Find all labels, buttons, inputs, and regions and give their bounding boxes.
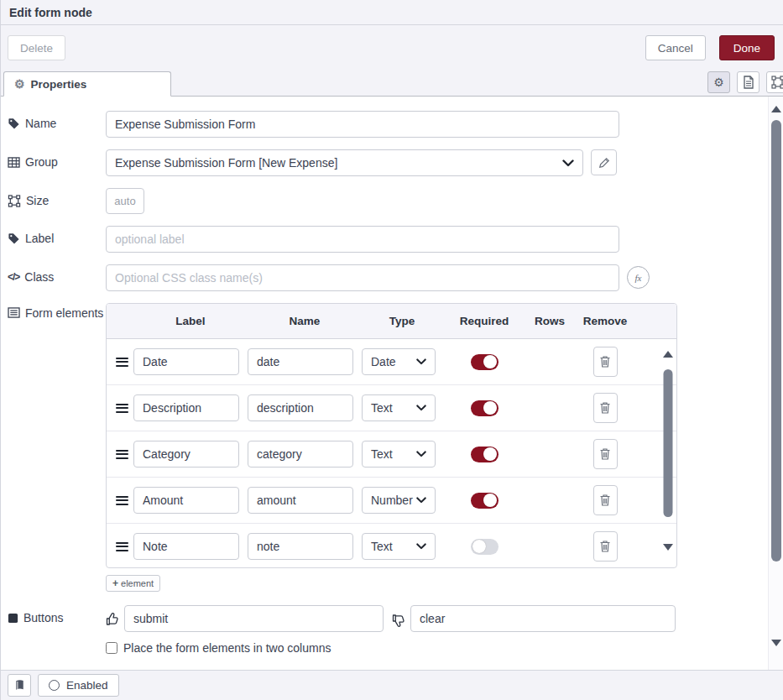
list-box-icon xyxy=(8,307,20,318)
element-label-input[interactable] xyxy=(133,487,239,514)
enabled-label: Enabled xyxy=(66,679,108,692)
toggle-knob xyxy=(483,447,497,461)
label-input[interactable] xyxy=(106,226,619,253)
element-label-input[interactable] xyxy=(133,533,239,560)
delete-element-button[interactable] xyxy=(593,485,618,515)
name-field-row: Name xyxy=(1,105,763,144)
pencil-icon xyxy=(598,157,610,169)
required-toggle[interactable] xyxy=(471,447,499,462)
size-auto-button[interactable]: auto xyxy=(106,188,144,214)
header-rows: Rows xyxy=(526,315,573,327)
add-element-label: element xyxy=(121,578,154,588)
element-type-select[interactable]: Text xyxy=(362,441,436,468)
book-icon xyxy=(13,679,26,692)
appearance-frame-icon xyxy=(771,76,783,89)
name-input[interactable] xyxy=(106,111,619,138)
form-elements-table: Label Name Type Required Rows Remove Dat… xyxy=(106,303,677,568)
group-select-value: Expense Submission Form [New Expense] xyxy=(115,156,337,170)
trash-icon xyxy=(599,355,611,368)
scrollbar-thumb[interactable] xyxy=(663,369,672,517)
tab-properties[interactable]: ⚙ Properties xyxy=(3,71,171,97)
scroll-up-arrow[interactable] xyxy=(771,106,781,112)
element-label-input[interactable] xyxy=(133,441,239,468)
element-name-input[interactable] xyxy=(248,348,353,375)
element-type-select[interactable]: Text xyxy=(362,533,436,560)
group-field-row: Group Expense Submission Form [New Expen… xyxy=(1,144,763,182)
appearance-tab-button[interactable] xyxy=(766,71,783,93)
scroll-down-arrow[interactable] xyxy=(663,544,673,551)
name-field-label: Name xyxy=(8,111,106,130)
header-type: Type xyxy=(362,315,442,327)
cancel-button[interactable]: Cancel xyxy=(645,35,706,60)
scroll-up-arrow[interactable] xyxy=(663,351,673,358)
dialog-title: Edit form node xyxy=(9,6,92,19)
element-type-select[interactable]: Number xyxy=(362,487,436,514)
drag-handle-icon[interactable] xyxy=(116,542,128,551)
clear-button-label-input[interactable] xyxy=(410,605,676,632)
description-tab-button[interactable] xyxy=(737,71,760,93)
form-elements-rows: Date Text xyxy=(107,339,676,567)
class-field-label-text: Class xyxy=(24,270,54,284)
drag-handle-icon[interactable] xyxy=(116,450,128,459)
element-name-input[interactable] xyxy=(248,533,353,560)
element-type-select[interactable]: Date xyxy=(362,348,436,375)
done-button[interactable]: Done xyxy=(719,35,775,60)
toggle-knob xyxy=(483,401,497,415)
delete-element-button[interactable] xyxy=(593,347,618,377)
toggle-knob xyxy=(483,494,497,507)
header-required: Required xyxy=(442,315,526,327)
class-input[interactable] xyxy=(106,264,619,291)
required-toggle[interactable] xyxy=(471,400,499,416)
group-field-label: Group xyxy=(8,149,106,169)
add-element-button[interactable]: + element xyxy=(106,575,160,592)
toggle-knob xyxy=(472,540,486,553)
form-element-row: Text xyxy=(107,385,676,431)
element-name-input[interactable] xyxy=(248,441,353,468)
required-toggle[interactable] xyxy=(471,354,499,370)
header-remove: Remove xyxy=(573,315,637,327)
node-help-button[interactable] xyxy=(8,674,31,697)
chevron-down-icon xyxy=(416,358,426,365)
delete-element-button[interactable] xyxy=(593,393,618,423)
element-type-value: Text xyxy=(371,447,393,461)
panel-scrollbar[interactable] xyxy=(768,97,783,670)
element-name-input[interactable] xyxy=(248,487,353,514)
tag-icon xyxy=(8,232,20,245)
element-label-input[interactable] xyxy=(133,394,239,421)
size-field-label-text: Size xyxy=(26,194,49,207)
edit-group-button[interactable] xyxy=(591,149,617,175)
fx-expression-button[interactable]: fx xyxy=(627,266,650,289)
delete-element-button[interactable] xyxy=(593,531,618,562)
element-name-input[interactable] xyxy=(248,394,353,421)
code-icon: </> xyxy=(8,271,19,283)
form-element-row: Number xyxy=(107,478,676,524)
two-columns-checkbox[interactable] xyxy=(106,642,117,654)
required-toggle[interactable] xyxy=(471,539,499,555)
drag-handle-icon[interactable] xyxy=(116,404,128,413)
name-field-label-text: Name xyxy=(25,117,56,130)
delete-button[interactable]: Delete xyxy=(8,35,65,60)
properties-gear-tab-button[interactable]: ⚙ xyxy=(707,71,730,93)
scroll-down-arrow[interactable] xyxy=(771,640,781,646)
delete-element-button[interactable] xyxy=(593,439,618,469)
drag-handle-icon[interactable] xyxy=(116,496,128,505)
header-label: Label xyxy=(133,315,248,327)
trash-icon xyxy=(599,447,611,461)
group-select[interactable]: Expense Submission Form [New Expense] xyxy=(106,149,583,176)
object-size-icon xyxy=(8,195,21,207)
properties-panel: Name Group Expense Submission Form [New … xyxy=(1,97,783,670)
node-enabled-toggle-button[interactable]: Enabled xyxy=(38,674,119,697)
submit-button-label-input[interactable] xyxy=(124,605,384,632)
drag-handle-icon[interactable] xyxy=(116,358,128,367)
element-type-value: Text xyxy=(371,540,393,553)
element-label-input[interactable] xyxy=(133,348,239,375)
dialog-titlebar: Edit form node xyxy=(1,0,783,25)
element-type-value: Text xyxy=(371,401,393,415)
scrollbar-thumb[interactable] xyxy=(771,120,781,562)
group-field-label-text: Group xyxy=(25,155,58,169)
element-type-select[interactable]: Text xyxy=(362,394,436,421)
trash-icon xyxy=(599,401,611,415)
size-field-row: Size auto xyxy=(1,182,763,220)
table-scrollbar[interactable] xyxy=(661,341,674,566)
required-toggle[interactable] xyxy=(471,493,499,509)
